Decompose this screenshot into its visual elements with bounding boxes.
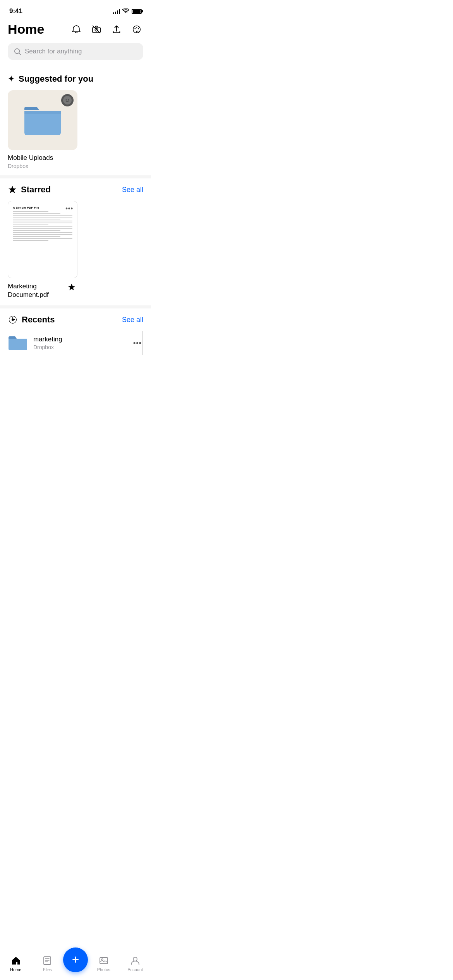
suggested-card-mobile-uploads[interactable]: Mobile Uploads Dropbox [8,90,77,169]
signal-bars-icon [113,9,120,14]
svg-point-6 [136,27,137,28]
pdf-line [13,221,72,221]
status-icons [113,9,142,14]
status-bar: 9:41 [0,0,151,19]
bar3 [117,10,118,14]
svg-line-3 [93,26,100,33]
sparkle-icon: ✦ [8,74,15,84]
upload-button[interactable] [110,23,123,36]
pdf-line [13,223,72,223]
bell-icon [71,24,81,34]
svg-point-0 [76,25,77,26]
folder-large-icon [21,104,64,137]
palette-button[interactable] [130,23,143,36]
search-container: Search for anything [0,43,151,68]
search-placeholder: Search for anything [25,48,82,55]
pdf-line [13,228,72,229]
star-toggle-button[interactable] [66,281,77,294]
wifi-icon [122,9,129,14]
pdf-line [13,236,60,237]
divider-1 [0,175,151,178]
pdf-preview: ••• A Simple PDF File [8,201,77,278]
bar4 [119,9,120,14]
starred-header: Starred See all [8,185,143,195]
recents-section: Recents See all marketing Dropbox ••• [0,308,151,361]
pdf-line [13,232,72,233]
starred-see-all-button[interactable]: See all [122,186,143,194]
pdf-title: A Simple PDF File [13,206,72,209]
divider-2 [0,305,151,308]
avatar [61,94,74,106]
header: Home [0,19,151,43]
pdf-line [13,240,48,241]
page-title: Home [8,22,44,37]
pdf-line [13,217,72,218]
star-button-icon [67,283,76,291]
recent-name: marketing [33,336,126,343]
starred-card-info: Marketing Document.pdf [8,282,77,299]
recent-folder-icon [8,335,28,351]
svg-point-10 [63,96,72,105]
pdf-line [13,238,72,239]
bell-button[interactable] [70,23,83,36]
pdf-line [13,211,48,212]
pdf-line [13,226,72,227]
starred-title: Starred [21,185,51,195]
status-time: 9:41 [9,7,22,15]
bar1 [113,12,114,14]
svg-point-12 [68,99,69,101]
avatar-face-icon [63,96,72,105]
palette-icon [132,24,142,34]
recents-header: Recents See all [8,315,143,325]
bar2 [115,12,116,14]
recent-location: Dropbox [33,344,126,350]
starred-section: Starred See all ••• A Simple PDF File [0,178,151,305]
camera-crossed-icon [91,24,101,34]
recents-title: Recents [22,315,55,325]
starred-file-name: Marketing Document.pdf [8,282,66,299]
starred-title-group: Starred [8,185,51,195]
pdf-more-button[interactable]: ••• [65,205,73,212]
starred-pdf-card[interactable]: ••• A Simple PDF File Mark [8,201,77,299]
pdf-line [13,219,60,219]
recents-see-all-button[interactable]: See all [122,316,143,324]
search-icon [14,48,21,55]
star-filled-icon [8,185,17,194]
svg-point-5 [134,28,136,29]
folder-preview [8,90,77,150]
pdf-line [13,224,48,225]
folder-name: Mobile Uploads [8,154,77,162]
recent-item[interactable]: marketing Dropbox ••• [8,331,143,355]
pdf-line [13,215,72,216]
svg-point-11 [66,99,67,101]
upload-icon [112,24,122,34]
recents-title-group: Recents [8,315,55,325]
pdf-line [13,234,72,235]
pdf-line [13,230,60,231]
suggested-title: Suggested for you [19,74,93,84]
clock-icon [8,315,18,325]
search-bar[interactable]: Search for anything [8,43,143,60]
suggested-section: ✦ Suggested for you [0,68,151,175]
camera-crossed-button[interactable] [90,23,103,36]
folder-location: Dropbox [8,163,77,169]
svg-line-9 [19,53,21,55]
battery-icon [132,9,142,14]
right-accent [142,331,143,355]
suggested-title-group: ✦ Suggested for you [8,74,93,84]
header-icons [70,23,143,36]
recent-info: marketing Dropbox [33,336,126,350]
svg-point-7 [138,28,139,29]
suggested-header: ✦ Suggested for you [8,74,143,84]
pdf-line [13,213,60,214]
battery-fill [133,10,141,13]
